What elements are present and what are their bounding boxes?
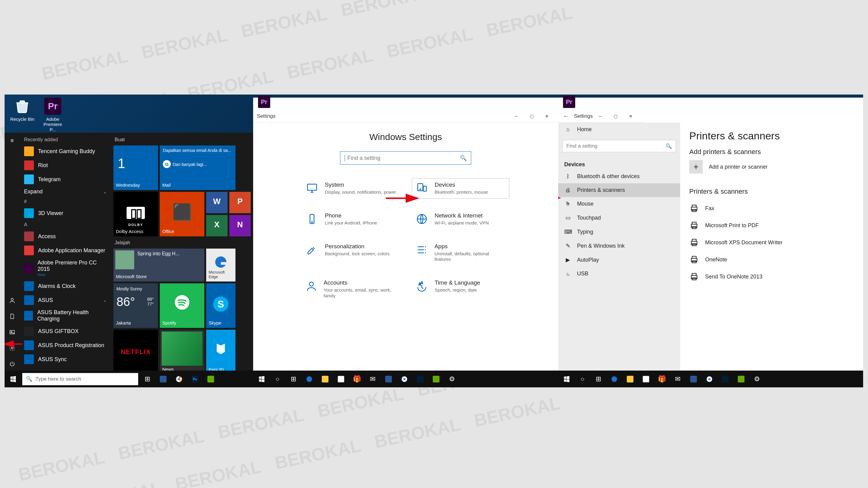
- taskbar-word[interactable]: [687, 372, 700, 386]
- printer-item[interactable]: Fax: [689, 200, 854, 217]
- taskbar-word[interactable]: [382, 372, 395, 386]
- tile-excel[interactable]: X: [206, 215, 227, 236]
- taskbar-explorer[interactable]: [623, 372, 637, 386]
- tile-edge[interactable]: Microsoft Edge: [206, 249, 236, 281]
- taskbar-search-icon[interactable]: ○: [271, 372, 284, 386]
- close-button[interactable]: ✕: [539, 110, 555, 123]
- app-list-letter[interactable]: A: [21, 220, 110, 230]
- taskbar-app-green[interactable]: [204, 372, 217, 386]
- tile-paint3d[interactable]: Paint 3D: [206, 330, 236, 374]
- app-row[interactable]: ASUS Battery Health Charging: [21, 307, 110, 324]
- taskbar-mail[interactable]: ✉: [366, 372, 379, 386]
- settings-card-accounts[interactable]: Accounts Your accounts, email, sync, wor…: [302, 276, 400, 302]
- tile-word[interactable]: W: [206, 192, 227, 213]
- premiere-desktop-icon[interactable]: Pr: [258, 96, 270, 108]
- taskbar-gift[interactable]: 🎁: [350, 372, 364, 386]
- app-list-letter[interactable]: #: [21, 197, 110, 206]
- rail-documents-icon[interactable]: [8, 312, 17, 321]
- desktop-icon-recycle-bin[interactable]: Recycle Bin: [10, 98, 34, 122]
- taskbar-settings-open[interactable]: ⚙: [445, 372, 459, 386]
- tile-mail[interactable]: Dapatkan semua email Anda di sa... Dan b…: [160, 146, 236, 190]
- back-button[interactable]: ←: [558, 113, 574, 120]
- taskbar-app-green[interactable]: [735, 372, 748, 386]
- maximize-button[interactable]: ▢: [608, 110, 623, 123]
- tile-office[interactable]: ⬛ Office: [160, 192, 204, 236]
- app-row[interactable]: Alarms & Clock: [21, 279, 110, 293]
- add-printer-button[interactable]: + Add a printer or scanner: [689, 160, 854, 174]
- expand-row[interactable]: Expand ⌄: [21, 186, 110, 197]
- sidebar-item-touchpad[interactable]: ▭ Touchpad: [558, 211, 680, 225]
- tile-weather[interactable]: Mostly Sunny 86° 89°77° Jakarta: [114, 283, 158, 328]
- start-button[interactable]: [6, 372, 20, 386]
- rail-settings-icon[interactable]: [8, 344, 17, 352]
- premiere-desktop-icon[interactable]: Pr: [563, 96, 575, 108]
- settings-card-network[interactable]: Network & Internet Wi-Fi, airplane mode,…: [412, 209, 509, 230]
- settings-card-devices[interactable]: Devices Bluetooth, printers, mouse: [412, 178, 509, 199]
- taskbar-settings-open[interactable]: ⚙: [750, 372, 764, 386]
- app-row[interactable]: ASUS GIFTBOX: [21, 324, 110, 338]
- app-row[interactable]: ASUS ⌄: [21, 293, 110, 307]
- maximize-button[interactable]: ▢: [524, 110, 539, 123]
- rail-user-icon[interactable]: [8, 296, 17, 305]
- taskbar-store[interactable]: [334, 372, 348, 386]
- sidebar-item-pen[interactable]: ✎ Pen & Windows Ink: [558, 239, 680, 253]
- taskbar-app-green[interactable]: [429, 372, 443, 386]
- settings-card-personalization[interactable]: Personalization Background, lock screen,…: [302, 240, 400, 266]
- settings-card-system[interactable]: System Display, sound, notifications, po…: [302, 178, 400, 199]
- desktop-icon-premiere[interactable]: Pr Adobe Premiere P...: [40, 98, 65, 132]
- app-row[interactable]: Adobe Premiere Pro CC 2015New: [21, 257, 110, 279]
- tile-calendar[interactable]: Wednesday 1: [114, 146, 158, 190]
- taskbar-mail[interactable]: ✉: [671, 372, 684, 386]
- close-button[interactable]: ✕: [623, 110, 638, 123]
- printer-item[interactable]: OneNote: [689, 251, 854, 268]
- settings-card-apps[interactable]: Apps Uninstall, defaults, optional featu…: [412, 240, 509, 266]
- taskbar-photoshop[interactable]: [718, 372, 732, 386]
- taskbar-search[interactable]: 🔍 Type here to search: [22, 373, 138, 385]
- taskbar-chrome[interactable]: [398, 372, 411, 386]
- taskbar-explorer[interactable]: [318, 372, 332, 386]
- tile-onenote[interactable]: N: [229, 215, 251, 236]
- taskbar-chrome[interactable]: [703, 372, 716, 386]
- task-view-icon[interactable]: ⊞: [287, 372, 300, 386]
- tile-skype[interactable]: S Skype: [206, 283, 236, 328]
- printer-item[interactable]: Microsoft XPS Document Writer: [689, 234, 854, 251]
- app-row-recent[interactable]: Riot: [21, 158, 110, 172]
- taskbar-edge[interactable]: [303, 372, 316, 386]
- tile-store[interactable]: Spring into Egg H... Microsoft Store: [114, 249, 204, 281]
- rail-pictures-icon[interactable]: [8, 328, 17, 336]
- app-row[interactable]: Adobe Application Manager: [21, 243, 110, 257]
- settings-card-phone[interactable]: Phone Link your Android, iPhone: [302, 209, 400, 230]
- settings-card-time[interactable]: A Time & Language Speech, region, date: [412, 276, 509, 302]
- app-row-recent[interactable]: Telegram: [21, 172, 110, 186]
- task-view-icon[interactable]: ⊞: [592, 372, 605, 386]
- settings-search[interactable]: Find a setting 🔍: [340, 151, 471, 165]
- taskbar-photoshop[interactable]: Ps: [188, 372, 202, 386]
- sidebar-item-typing[interactable]: ⌨ Typing: [558, 225, 680, 239]
- rail-power-icon[interactable]: [8, 360, 17, 368]
- taskbar-edge[interactable]: [608, 372, 621, 386]
- app-row[interactable]: ASUS Product Registration: [21, 338, 110, 352]
- app-row[interactable]: 3D Viewer: [21, 206, 110, 220]
- app-row[interactable]: Access: [21, 230, 110, 243]
- sidebar-item-bluetooth[interactable]: ᛒ Bluetooth & other devices: [558, 170, 680, 183]
- minimize-button[interactable]: ─: [593, 110, 608, 123]
- start-button[interactable]: [560, 372, 574, 386]
- app-row[interactable]: ASUS Sync: [21, 352, 110, 366]
- tile-powerpoint[interactable]: P: [229, 192, 251, 213]
- tile-spotify[interactable]: Spotify: [160, 283, 204, 328]
- sidebar-home[interactable]: ⌂ Home: [558, 123, 680, 136]
- sidebar-search[interactable]: Find a setting 🔍: [562, 140, 676, 152]
- taskbar-search-icon[interactable]: ○: [576, 372, 589, 386]
- taskbar-chrome[interactable]: [172, 372, 186, 386]
- sidebar-item-autoplay[interactable]: ▶ AutoPlay: [558, 253, 680, 267]
- tile-news[interactable]: News: [160, 330, 204, 374]
- app-row-recent[interactable]: Tencent Gaming Buddy: [21, 144, 110, 158]
- taskbar-word[interactable]: [156, 372, 170, 386]
- task-view-icon[interactable]: ⊞: [141, 372, 154, 386]
- taskbar-store[interactable]: [639, 372, 653, 386]
- minimize-button[interactable]: ─: [509, 110, 524, 123]
- sidebar-item-usb[interactable]: ⎁ USB: [558, 267, 680, 281]
- printer-item[interactable]: Send To OneNote 2013: [689, 268, 854, 285]
- sidebar-item-mouse[interactable]: 🖱 Mouse: [558, 197, 680, 211]
- taskbar-gift[interactable]: 🎁: [655, 372, 669, 386]
